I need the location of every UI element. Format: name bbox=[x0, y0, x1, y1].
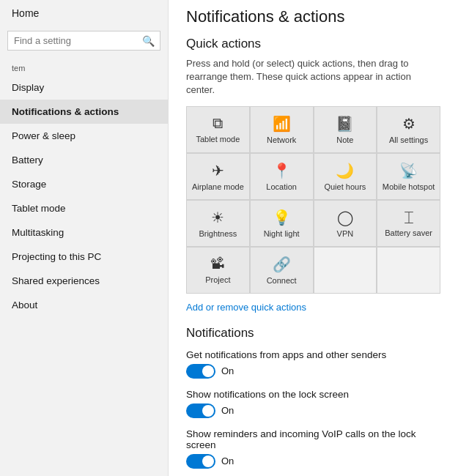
toggle-row-1: On bbox=[186, 404, 440, 418]
sidebar: Home 🔍 tem Display Notifications & actio… bbox=[0, 0, 169, 476]
sidebar-item-about[interactable]: About bbox=[0, 293, 168, 317]
qa-note[interactable]: 📓 Note bbox=[314, 107, 377, 152]
toggle-label-2: On bbox=[221, 455, 234, 466]
qa-quiet-hours[interactable]: 🌙 Quiet hours bbox=[314, 154, 377, 199]
notif-label-0: Get notifications from apps and other se… bbox=[186, 349, 440, 360]
qa-empty-1 bbox=[314, 248, 377, 293]
mobile-hotspot-icon: 📡 bbox=[399, 162, 418, 179]
quick-actions-grid: ⧉ Tablet mode 📶 Network 📓 Note ⚙ All set… bbox=[186, 106, 440, 294]
quiet-hours-icon: 🌙 bbox=[336, 162, 354, 179]
add-remove-link[interactable]: Add or remove quick actions bbox=[186, 302, 306, 313]
search-icon: 🔍 bbox=[142, 35, 155, 47]
night-light-icon: 💡 bbox=[273, 209, 291, 226]
qa-airplane-label: Airplane mode bbox=[192, 182, 244, 192]
toggle-row-2: On bbox=[186, 454, 440, 469]
qa-night-light[interactable]: 💡 Night light bbox=[251, 201, 313, 246]
qa-night-light-label: Night light bbox=[264, 229, 300, 239]
project-icon: 📽 bbox=[210, 256, 225, 272]
qa-mobile-hotspot[interactable]: 📡 Mobile hotspot bbox=[377, 154, 440, 199]
network-icon: 📶 bbox=[273, 115, 291, 133]
qa-battery-saver-label: Battery saver bbox=[385, 228, 432, 238]
sidebar-item-battery[interactable]: Battery bbox=[0, 148, 168, 172]
vpn-icon: ◯ bbox=[337, 209, 353, 226]
sidebar-item-power[interactable]: Power & sleep bbox=[0, 124, 168, 148]
qa-battery-saver[interactable]: ⌶ Battery saver bbox=[377, 201, 440, 246]
sidebar-item-storage[interactable]: Storage bbox=[0, 172, 168, 196]
main-content: Notifications & actions Quick actions Pr… bbox=[169, 0, 458, 476]
sidebar-item-display[interactable]: Display bbox=[0, 75, 168, 100]
sidebar-item-tablet[interactable]: Tablet mode bbox=[0, 196, 168, 220]
qa-all-settings-label: All settings bbox=[389, 135, 428, 145]
notif-label-1: Show notifications on the lock screen bbox=[186, 389, 440, 400]
qa-all-settings[interactable]: ⚙ All settings bbox=[377, 107, 440, 152]
qa-connect-label: Connect bbox=[267, 276, 297, 286]
sidebar-item-projecting[interactable]: Projecting to this PC bbox=[0, 245, 168, 269]
qa-network[interactable]: 📶 Network bbox=[251, 107, 313, 152]
sidebar-item-shared[interactable]: Shared experiences bbox=[0, 269, 168, 293]
notif-item-0: Get notifications from apps and other se… bbox=[186, 349, 440, 379]
note-icon: 📓 bbox=[336, 115, 354, 133]
qa-vpn[interactable]: ◯ VPN bbox=[314, 201, 377, 246]
notif-item-1: Show notifications on the lock screen On bbox=[186, 389, 440, 418]
sidebar-search-container: 🔍 bbox=[7, 31, 160, 51]
toggle-label-0: On bbox=[221, 365, 234, 376]
toggle-label-1: On bbox=[221, 405, 234, 416]
sidebar-item-multitasking[interactable]: Multitasking bbox=[0, 220, 168, 245]
connect-icon: 🔗 bbox=[273, 256, 291, 273]
quick-actions-description: Press and hold (or select) quick actions… bbox=[186, 57, 440, 97]
qa-location[interactable]: 📍 Location bbox=[251, 154, 313, 199]
qa-network-label: Network bbox=[267, 135, 296, 145]
qa-brightness-label: Brightness bbox=[199, 229, 237, 239]
quick-actions-title: Quick actions bbox=[186, 37, 440, 51]
settings-icon: ⚙ bbox=[402, 115, 415, 133]
notif-label-2: Show reminders and incoming VoIP calls o… bbox=[186, 428, 440, 450]
toggle-1[interactable] bbox=[186, 404, 215, 418]
brightness-icon: ☀ bbox=[211, 209, 224, 226]
qa-empty-2 bbox=[377, 248, 440, 293]
qa-airplane[interactable]: ✈ Airplane mode bbox=[187, 154, 249, 199]
tablet-mode-icon: ⧉ bbox=[213, 115, 223, 132]
location-icon: 📍 bbox=[273, 162, 291, 179]
qa-brightness[interactable]: ☀ Brightness bbox=[187, 201, 249, 246]
qa-location-label: Location bbox=[266, 182, 297, 192]
qa-tablet-mode[interactable]: ⧉ Tablet mode bbox=[187, 107, 249, 152]
notifications-title: Notifications bbox=[186, 326, 440, 341]
qa-mobile-hotspot-label: Mobile hotspot bbox=[383, 182, 435, 192]
qa-tablet-mode-label: Tablet mode bbox=[196, 135, 240, 144]
sidebar-section-label: tem bbox=[0, 58, 168, 75]
qa-project-label: Project bbox=[205, 275, 230, 285]
qa-quiet-hours-label: Quiet hours bbox=[324, 182, 366, 192]
notif-item-2: Show reminders and incoming VoIP calls o… bbox=[186, 428, 440, 469]
sidebar-item-notifications[interactable]: Notifications & actions bbox=[0, 100, 168, 124]
search-input[interactable] bbox=[7, 31, 160, 51]
toggle-2[interactable] bbox=[186, 454, 215, 469]
qa-note-label: Note bbox=[336, 135, 353, 145]
toggle-row-0: On bbox=[186, 364, 440, 379]
toggle-0[interactable] bbox=[186, 364, 215, 379]
airplane-icon: ✈ bbox=[212, 162, 224, 179]
sidebar-home[interactable]: Home bbox=[0, 0, 168, 26]
qa-connect[interactable]: 🔗 Connect bbox=[251, 248, 313, 293]
page-title: Notifications & actions bbox=[186, 7, 440, 26]
qa-project[interactable]: 📽 Project bbox=[187, 248, 249, 293]
battery-saver-icon: ⌶ bbox=[405, 209, 413, 226]
qa-vpn-label: VPN bbox=[337, 229, 354, 239]
